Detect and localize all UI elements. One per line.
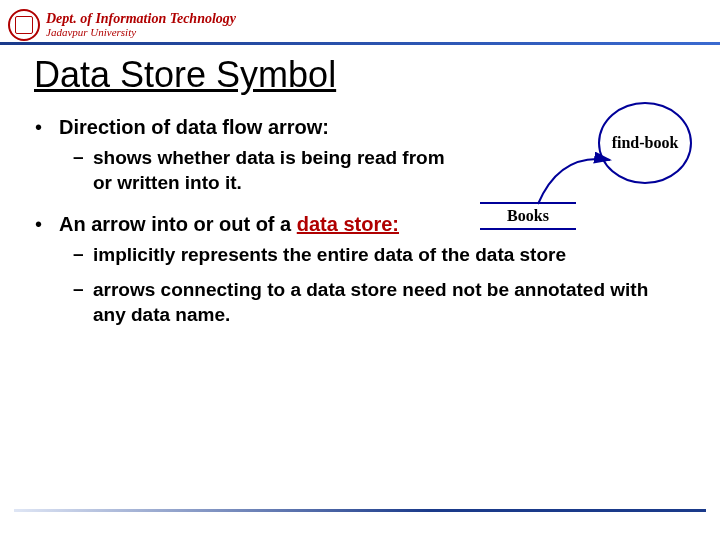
bullet-2-sub-2: – arrows connecting to a data store need… [73, 278, 665, 327]
department-text: Dept. of Information Technology Jadavpur… [46, 12, 236, 38]
slide-title: Data Store Symbol [34, 54, 720, 96]
bullet-1: • Direction of data flow arrow: [35, 114, 685, 140]
bullet-2-sub-1: – implicitly represents the entire data … [73, 243, 665, 268]
header-divider [0, 42, 720, 45]
bullet-2-text: An arrow into or out of a data store: [59, 211, 399, 237]
bullet-2: • An arrow into or out of a data store: [35, 211, 685, 237]
slide-content: • Direction of data flow arrow: – shows … [0, 114, 720, 327]
dept-line-2: Jadavpur University [46, 27, 236, 39]
dept-line-1: Dept. of Information Technology [46, 12, 236, 27]
bullet-1-sub-1: – shows whether data is being read from … [73, 146, 455, 195]
slide-header: Dept. of Information Technology Jadavpur… [0, 0, 720, 46]
bullet-2-sub-1-text: implicitly represents the entire data of… [93, 243, 566, 268]
footer-divider [14, 509, 706, 512]
bullet-1-text: Direction of data flow arrow: [59, 114, 329, 140]
bullet-2-sub-2-text: arrows connecting to a data store need n… [93, 278, 665, 327]
data-store-link: data store: [297, 213, 399, 235]
university-logo-icon [8, 9, 40, 41]
bullet-1-sub-1-text: shows whether data is being read from or… [93, 146, 455, 195]
